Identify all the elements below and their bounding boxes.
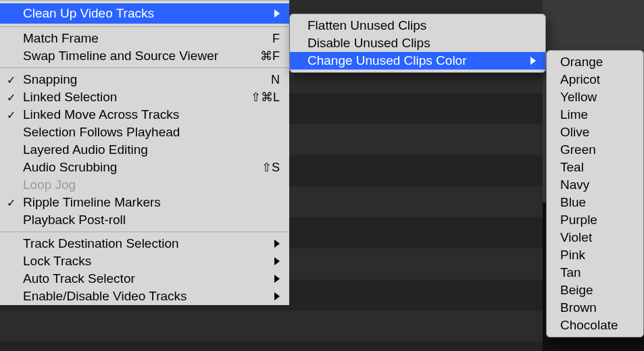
menu-item-auto-track-selector[interactable]: Auto Track Selector — [0, 270, 289, 288]
checkmark-icon: ✓ — [7, 196, 16, 209]
menu-item-enable-disable-video-tracks[interactable]: Enable/Disable Video Tracks — [0, 288, 289, 305]
menu-item-label: Orange — [560, 55, 603, 70]
menu-item-label: Disable Unused Clips — [307, 36, 430, 51]
menu-item-label: Playback Post-roll — [23, 213, 280, 227]
color-item-violet[interactable]: Violet — [547, 229, 643, 246]
menu-item-label: Swap Timeline and Source Viewer — [23, 49, 260, 63]
menu-item-label: Violet — [560, 230, 592, 245]
color-item-olive[interactable]: Olive — [547, 124, 643, 141]
menu-item-lock-tracks[interactable]: Lock Tracks — [0, 252, 289, 270]
submenu-item-disable-unused-clips[interactable]: Disable Unused Clips — [290, 34, 545, 52]
menu-item-label: Change Unused Clips Color — [307, 53, 467, 68]
menu-item-label: Olive — [560, 125, 589, 140]
color-item-lime[interactable]: Lime — [547, 106, 643, 124]
menu-item-label: Auto Track Selector — [23, 271, 280, 286]
menu-item-shortcut: N — [271, 73, 280, 87]
menu-item-label: Tan — [560, 265, 581, 280]
menu-item-label: Brown — [560, 300, 597, 315]
menu-item-label: Audio Scrubbing — [23, 160, 262, 175]
menu-item-label: Linked Selection — [23, 90, 251, 105]
menu-item-label: Selection Follows Playhead — [23, 125, 280, 140]
menu-item-shortcut: ⇧S — [262, 160, 280, 175]
menu-item-label: Lock Tracks — [23, 254, 280, 269]
menu-item-match-frame[interactable]: Match Frame F — [0, 30, 289, 47]
submenu-change-unused-clips-color: Orange Apricot Yellow Lime Olive Green T… — [546, 50, 644, 338]
menu-item-label: Ripple Timeline Markers — [23, 195, 280, 210]
menu-item-label: Clean Up Video Tracks — [23, 6, 280, 21]
menu-item-linked-move-across-tracks[interactable]: ✓ Linked Move Across Tracks — [0, 106, 289, 124]
menu-item-label: Snapping — [23, 72, 271, 87]
menu-separator — [0, 26, 289, 27]
menu-item-swap-timeline-and-source-viewer[interactable]: Swap Timeline and Source Viewer ⌘F — [0, 47, 289, 65]
color-item-blue[interactable]: Blue — [547, 194, 643, 211]
submenu-arrow-icon — [274, 289, 280, 304]
color-item-tan[interactable]: Tan — [547, 264, 643, 281]
menu-item-label: Loop Jog — [23, 178, 280, 192]
submenu-item-change-unused-clips-color[interactable]: Change Unused Clips Color — [290, 52, 545, 70]
submenu-arrow-icon — [274, 271, 280, 286]
menu-item-label: Pink — [560, 248, 585, 263]
menu-separator — [0, 0, 289, 1]
menu-item-shortcut: F — [272, 32, 280, 46]
submenu-arrow-icon — [274, 6, 280, 21]
menu-item-label: Teal — [560, 160, 584, 175]
color-item-yellow[interactable]: Yellow — [547, 88, 643, 106]
menu-item-label: Track Destination Selection — [23, 236, 280, 251]
menu-item-label: Lime — [560, 107, 588, 122]
menu-item-label: Navy — [560, 178, 589, 192]
menu-item-snapping[interactable]: ✓ Snapping N — [0, 71, 289, 88]
menu-item-label: Beige — [560, 283, 593, 298]
color-item-beige[interactable]: Beige — [547, 281, 643, 299]
menu-item-shortcut: ⌘F — [260, 49, 280, 63]
color-item-navy[interactable]: Navy — [547, 176, 643, 194]
color-item-orange[interactable]: Orange — [547, 53, 643, 71]
color-item-teal[interactable]: Teal — [547, 159, 643, 176]
menu-item-clean-up-video-tracks[interactable]: Clean Up Video Tracks — [0, 3, 289, 24]
menu-separator — [0, 68, 289, 68]
submenu-arrow-icon — [530, 53, 536, 68]
menu-item-label: Chocolate — [560, 318, 618, 333]
menu-item-audio-scrubbing[interactable]: Audio Scrubbing ⇧S — [0, 159, 289, 176]
menu-item-label: Yellow — [560, 90, 597, 105]
submenu-arrow-icon — [274, 236, 280, 251]
color-item-apricot[interactable]: Apricot — [547, 71, 643, 88]
menu-item-label: Flatten Unused Clips — [307, 18, 426, 33]
color-item-brown[interactable]: Brown — [547, 299, 643, 317]
menu-item-playback-post-roll[interactable]: Playback Post-roll — [0, 211, 289, 229]
menu-separator — [0, 232, 289, 232]
menu-item-label: Green — [560, 142, 596, 157]
color-item-green[interactable]: Green — [547, 141, 643, 159]
submenu-clean-up-video-tracks: Flatten Unused Clips Disable Unused Clip… — [289, 14, 546, 73]
menu-item-loop-jog: Loop Jog — [0, 176, 289, 194]
menu-item-label: Enable/Disable Video Tracks — [23, 289, 280, 304]
main-context-menu: Clean Up Video Tracks Match Frame F Swap… — [0, 0, 289, 305]
color-item-pink[interactable]: Pink — [547, 246, 643, 264]
checkmark-icon: ✓ — [7, 91, 16, 104]
menu-item-ripple-timeline-markers[interactable]: ✓ Ripple Timeline Markers — [0, 194, 289, 211]
menu-item-label: Match Frame — [23, 31, 272, 46]
checkmark-icon: ✓ — [7, 109, 16, 122]
menu-item-label: Apricot — [560, 72, 600, 87]
checkmark-icon: ✓ — [7, 74, 16, 86]
color-item-purple[interactable]: Purple — [547, 211, 643, 229]
menu-item-track-destination-selection[interactable]: Track Destination Selection — [0, 235, 289, 252]
menu-item-label: Linked Move Across Tracks — [23, 107, 280, 122]
color-item-chocolate[interactable]: Chocolate — [547, 317, 643, 334]
menu-item-linked-selection[interactable]: ✓ Linked Selection ⇧⌘L — [0, 88, 289, 106]
menu-item-layered-audio-editing[interactable]: Layered Audio Editing — [0, 141, 289, 159]
menu-item-shortcut: ⇧⌘L — [251, 90, 280, 105]
menu-item-selection-follows-playhead[interactable]: Selection Follows Playhead — [0, 124, 289, 141]
submenu-arrow-icon — [274, 254, 280, 269]
submenu-item-flatten-unused-clips[interactable]: Flatten Unused Clips — [290, 17, 545, 34]
menu-item-label: Purple — [560, 213, 597, 227]
menu-item-label: Blue — [560, 195, 586, 210]
menu-item-label: Layered Audio Editing — [23, 142, 280, 157]
